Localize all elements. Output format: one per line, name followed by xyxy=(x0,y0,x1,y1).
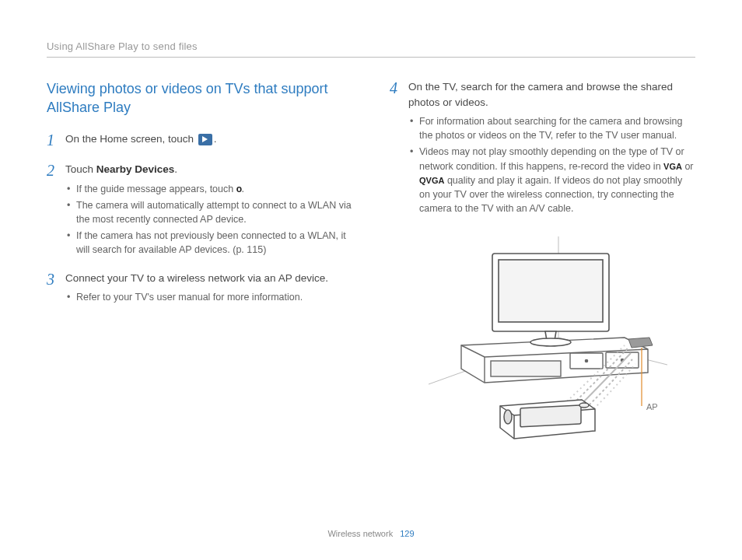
step-4-text: On the TV, search for the camera and bro… xyxy=(408,79,695,110)
vga-label: VGA xyxy=(663,162,682,171)
step-number: 1 xyxy=(47,131,58,152)
step-3: 3 Connect your TV to a wireless network … xyxy=(47,271,352,307)
two-column-layout: Viewing photos or videos on TVs that sup… xyxy=(47,79,695,446)
bold-text: Nearby Devices xyxy=(96,163,175,175)
text: Videos may not play smoothly depending o… xyxy=(419,146,684,171)
ap-label: AP xyxy=(646,402,658,411)
text: . xyxy=(174,163,177,175)
bullet: The camera will automatically attempt to… xyxy=(67,198,352,226)
svg-point-13 xyxy=(504,410,512,424)
step-2-text: Touch Nearby Devices. xyxy=(65,162,352,177)
step-number: 3 xyxy=(47,271,58,307)
right-column: 4 On the TV, search for the camera and b… xyxy=(390,79,695,446)
bullet: Refer to your TV's user manual for more … xyxy=(67,290,328,304)
running-head: Using AllShare Play to send files xyxy=(47,40,695,52)
svg-rect-9 xyxy=(499,260,603,322)
qvga-label: QVGA xyxy=(419,176,444,185)
footer-section: Wireless network xyxy=(327,529,393,538)
step-4-bullets: For information about searching for the … xyxy=(408,114,695,215)
page-footer: Wireless network 129 xyxy=(0,529,742,538)
bullet: For information about searching for the … xyxy=(410,114,695,142)
step-number: 2 xyxy=(47,162,58,259)
text: Touch xyxy=(65,163,96,175)
tv-icon xyxy=(492,254,609,346)
svg-point-10 xyxy=(530,338,571,346)
step-1-text: On the Home screen, touch . xyxy=(65,131,217,147)
text: If the guide message appears, touch xyxy=(76,184,236,194)
step-3-bullets: Refer to your TV's user manual for more … xyxy=(65,290,328,304)
svg-point-14 xyxy=(579,403,589,408)
step-2-bullets: If the guide message appears, touch o. T… xyxy=(65,182,352,257)
svg-rect-7 xyxy=(491,361,561,376)
bullet: If the guide message appears, touch o. xyxy=(67,182,352,196)
text: or xyxy=(682,161,694,172)
bullet: If the camera has not previously been co… xyxy=(67,229,352,257)
step-4: 4 On the TV, search for the camera and b… xyxy=(390,79,695,218)
step-1: 1 On the Home screen, touch . xyxy=(47,131,352,152)
step-2: 2 Touch Nearby Devices. If the guide mes… xyxy=(47,162,352,259)
bullet: Videos may not play smoothly depending o… xyxy=(410,145,695,215)
connection-diagram: AP xyxy=(390,236,695,446)
allshare-play-icon xyxy=(198,134,212,145)
manual-page: Using AllShare Play to send files Viewin… xyxy=(0,0,742,560)
camera-icon xyxy=(500,400,595,439)
svg-point-5 xyxy=(585,359,587,362)
step-number: 4 xyxy=(390,79,401,218)
svg-rect-12 xyxy=(520,405,581,427)
diagram-svg: AP xyxy=(415,236,671,446)
text: . xyxy=(242,184,244,194)
section-title: Viewing photos or videos on TVs that sup… xyxy=(47,79,352,117)
header-rule xyxy=(47,57,695,58)
text: quality and play it again. If videos do … xyxy=(419,175,682,214)
ok-icon: o xyxy=(236,184,242,194)
left-column: Viewing photos or videos on TVs that sup… xyxy=(47,79,352,446)
text: On the Home screen, touch xyxy=(65,133,197,145)
step-3-text: Connect your TV to a wireless network vi… xyxy=(65,271,328,286)
text: . xyxy=(214,133,217,145)
page-number: 129 xyxy=(400,529,414,538)
